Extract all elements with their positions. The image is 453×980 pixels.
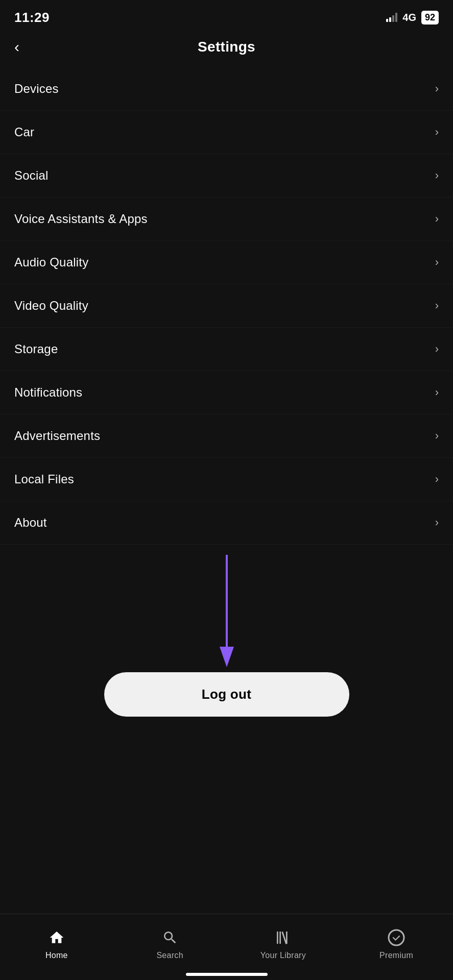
signal-icon [386, 13, 397, 22]
bottom-navigation: Home Search Your Library Premium [0, 914, 453, 980]
chevron-icon-social: › [435, 169, 439, 182]
settings-label-storage: Storage [14, 342, 58, 356]
settings-label-about: About [14, 516, 47, 530]
settings-item-devices[interactable]: Devices › [0, 67, 453, 111]
settings-label-devices: Devices [14, 82, 59, 96]
status-time: 11:29 [14, 10, 50, 26]
settings-label-audio: Audio Quality [14, 255, 88, 270]
settings-label-car: Car [14, 125, 34, 139]
settings-item-ads[interactable]: Advertisements › [0, 414, 453, 458]
premium-icon [387, 928, 406, 947]
nav-label-search: Search [156, 951, 183, 960]
status-right: 4G 92 [386, 11, 439, 24]
nav-item-library[interactable]: Your Library [227, 928, 340, 960]
battery-level: 92 [425, 12, 435, 23]
settings-item-video[interactable]: Video Quality › [0, 284, 453, 328]
settings-label-ads: Advertisements [14, 429, 100, 443]
search-icon [161, 928, 179, 947]
spacer [0, 737, 453, 865]
status-bar: 11:29 4G 92 [0, 0, 453, 31]
nav-item-premium[interactable]: Premium [340, 928, 453, 960]
home-icon [47, 928, 66, 947]
settings-label-local-files: Local Files [14, 472, 74, 486]
settings-item-social[interactable]: Social › [0, 154, 453, 198]
nav-item-home[interactable]: Home [0, 928, 113, 960]
nav-label-premium: Premium [379, 951, 413, 960]
network-label: 4G [402, 12, 416, 23]
annotation-arrow [211, 555, 242, 667]
library-icon [274, 928, 292, 947]
settings-label-notifications: Notifications [14, 385, 82, 400]
settings-list: Devices › Car › Social › Voice Assistant… [0, 67, 453, 545]
logout-section: Log out [90, 662, 364, 737]
settings-header: ‹ Settings [0, 31, 453, 67]
settings-label-social: Social [14, 168, 49, 183]
page-title: Settings [14, 39, 439, 55]
chevron-icon-notifications: › [435, 386, 439, 399]
settings-item-audio[interactable]: Audio Quality › [0, 241, 453, 284]
nav-item-search[interactable]: Search [113, 928, 227, 960]
chevron-icon-local-files: › [435, 473, 439, 486]
settings-label-voice: Voice Assistants & Apps [14, 212, 148, 226]
back-button[interactable]: ‹ [14, 38, 19, 56]
chevron-icon-about: › [435, 516, 439, 529]
nav-label-home: Home [45, 951, 68, 960]
settings-item-local-files[interactable]: Local Files › [0, 458, 453, 501]
settings-item-car[interactable]: Car › [0, 111, 453, 154]
settings-item-notifications[interactable]: Notifications › [0, 371, 453, 414]
logout-button[interactable]: Log out [104, 672, 349, 717]
nav-label-library: Your Library [260, 951, 306, 960]
chevron-icon-storage: › [435, 342, 439, 356]
chevron-icon-car: › [435, 126, 439, 139]
chevron-icon-voice: › [435, 212, 439, 226]
chevron-icon-audio: › [435, 256, 439, 269]
chevron-icon-ads: › [435, 429, 439, 443]
settings-label-video: Video Quality [14, 299, 88, 313]
settings-item-voice[interactable]: Voice Assistants & Apps › [0, 198, 453, 241]
home-indicator [186, 973, 268, 976]
settings-item-about[interactable]: About › [0, 501, 453, 545]
svg-point-2 [389, 930, 404, 945]
chevron-icon-devices: › [435, 82, 439, 95]
chevron-icon-video: › [435, 299, 439, 312]
battery-icon: 92 [421, 11, 439, 24]
settings-item-storage[interactable]: Storage › [0, 328, 453, 371]
